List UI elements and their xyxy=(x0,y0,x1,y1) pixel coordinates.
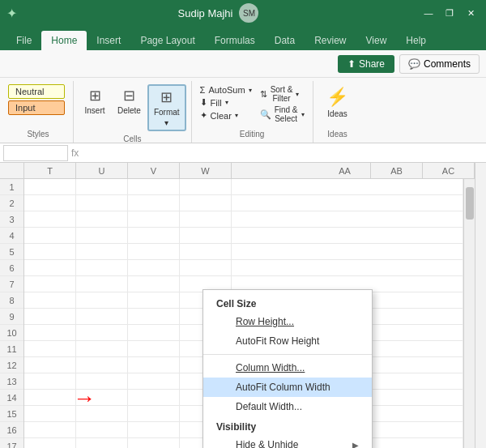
col-header-AA: AA xyxy=(319,163,371,178)
cell-V1[interactable] xyxy=(128,179,180,195)
close-button[interactable]: ✕ xyxy=(462,4,480,22)
grid-row-3 xyxy=(24,211,463,228)
cell-T3[interactable] xyxy=(24,211,76,228)
share-button[interactable]: ⬆ Share xyxy=(338,55,394,73)
tab-help[interactable]: Help xyxy=(396,31,436,50)
cell-T10[interactable] xyxy=(24,325,76,341)
cell-V6[interactable] xyxy=(128,260,180,276)
autofit-col-item[interactable]: AutoFit Column Width xyxy=(203,378,372,397)
cell-U13[interactable] xyxy=(76,373,128,390)
default-width-item[interactable]: Default Width... xyxy=(203,397,372,416)
row-height-item[interactable]: Row Height... xyxy=(203,312,372,331)
autosum-group: Σ AutoSum ▾ ⬇ Fill ▾ ✦ Clear ▾ xyxy=(197,84,255,122)
cell-T8[interactable] xyxy=(24,292,76,309)
autofit-row-item[interactable]: AutoFit Row Height xyxy=(203,331,372,351)
cell-V13[interactable] xyxy=(128,373,180,390)
cell-W1[interactable] xyxy=(180,179,232,195)
cell-W3[interactable] xyxy=(180,211,232,228)
cell-T6[interactable] xyxy=(24,260,76,276)
cell-V9[interactable] xyxy=(128,309,180,325)
cell-V15[interactable] xyxy=(128,406,180,422)
clear-button[interactable]: ✦ Clear ▾ xyxy=(197,109,255,122)
cell-V12[interactable] xyxy=(128,357,180,373)
sort-filter-button[interactable]: ⇅ Sort &Filter ▾ xyxy=(257,84,308,104)
cell-T2[interactable] xyxy=(24,195,76,211)
restore-button[interactable]: ❐ xyxy=(441,4,458,22)
name-box[interactable] xyxy=(3,145,68,161)
cell-W4[interactable] xyxy=(180,228,232,244)
tab-file[interactable]: File xyxy=(6,31,41,50)
column-width-item[interactable]: Column Width... xyxy=(203,358,372,378)
cell-V7[interactable] xyxy=(128,276,180,292)
format-button[interactable]: ⊞ Format ▾ xyxy=(147,84,186,131)
cell-U12[interactable] xyxy=(76,357,128,373)
insert-button[interactable]: ⊞ Insert xyxy=(79,84,111,117)
tab-formulas[interactable]: Formulas xyxy=(205,31,265,50)
cell-W6[interactable] xyxy=(180,260,232,276)
comments-button[interactable]: 💬 Comments xyxy=(399,54,480,74)
cell-T4[interactable] xyxy=(24,228,76,244)
formula-input[interactable] xyxy=(82,146,483,160)
cell-U8[interactable] xyxy=(76,292,128,309)
ribbon-group-ideas: ⚡ Ideas Ideas xyxy=(313,81,362,143)
tab-view[interactable]: View xyxy=(356,31,397,50)
style-input[interactable]: Input xyxy=(8,100,65,115)
cell-T7[interactable] xyxy=(24,276,76,292)
cell-T5[interactable] xyxy=(24,244,76,260)
cell-U11[interactable] xyxy=(76,341,128,357)
cell-U1[interactable] xyxy=(76,179,128,195)
cell-U16[interactable] xyxy=(76,422,128,438)
cell-U9[interactable] xyxy=(76,309,128,325)
cell-V4[interactable] xyxy=(128,228,180,244)
cell-V2[interactable] xyxy=(128,195,180,211)
cell-V8[interactable] xyxy=(128,292,180,309)
cell-U5[interactable] xyxy=(76,244,128,260)
ideas-button[interactable]: ⚡ Ideas xyxy=(318,84,356,121)
cell-T14[interactable] xyxy=(24,390,76,406)
cell-W5[interactable] xyxy=(180,244,232,260)
cell-W2[interactable] xyxy=(180,195,232,211)
cell-U14[interactable] xyxy=(76,390,128,406)
cell-T17[interactable] xyxy=(24,438,76,448)
ribbon-tabs: File Home Insert Page Layout Formulas Da… xyxy=(0,26,486,50)
cell-U2[interactable] xyxy=(76,195,128,211)
cell-V16[interactable] xyxy=(128,422,180,438)
cell-T1[interactable] xyxy=(24,179,76,195)
cell-U17[interactable] xyxy=(76,438,128,448)
cell-V5[interactable] xyxy=(128,244,180,260)
tab-home[interactable]: Home xyxy=(41,31,87,50)
cell-T15[interactable] xyxy=(24,406,76,422)
delete-button[interactable]: ⊟ Delete xyxy=(113,84,146,117)
row-15: 15 xyxy=(0,406,23,422)
cell-T12[interactable] xyxy=(24,357,76,373)
cell-V10[interactable] xyxy=(128,325,180,341)
scroll-thumb[interactable] xyxy=(466,187,474,220)
hide-unhide-item[interactable]: Hide & Unhide ▶ xyxy=(203,435,372,448)
cell-T9[interactable] xyxy=(24,309,76,325)
tab-data[interactable]: Data xyxy=(265,31,305,50)
row-6: 6 xyxy=(0,260,23,276)
tab-insert[interactable]: Insert xyxy=(87,31,130,50)
cell-V17[interactable] xyxy=(128,438,180,448)
tab-review[interactable]: Review xyxy=(305,31,356,50)
cell-U4[interactable] xyxy=(76,228,128,244)
cell-T13[interactable] xyxy=(24,373,76,390)
cell-T16[interactable] xyxy=(24,422,76,438)
cell-V3[interactable] xyxy=(128,211,180,228)
row-11: 11 xyxy=(0,341,23,357)
cell-U10[interactable] xyxy=(76,325,128,341)
minimize-button[interactable]: — xyxy=(420,4,437,22)
cell-U15[interactable] xyxy=(76,406,128,422)
cell-V14[interactable] xyxy=(128,390,180,406)
style-neutral[interactable]: Neutral xyxy=(8,84,65,99)
cell-V11[interactable] xyxy=(128,341,180,357)
cell-T11[interactable] xyxy=(24,341,76,357)
cell-U3[interactable] xyxy=(76,211,128,228)
vertical-scrollbar[interactable] xyxy=(463,179,475,448)
find-select-button[interactable]: 🔍 Find &Select ▾ xyxy=(257,105,308,124)
fill-button[interactable]: ⬇ Fill ▾ xyxy=(197,96,255,109)
cell-U7[interactable] xyxy=(76,276,128,292)
tab-page-layout[interactable]: Page Layout xyxy=(130,31,204,50)
cell-U6[interactable] xyxy=(76,260,128,276)
autosum-button[interactable]: Σ AutoSum ▾ xyxy=(197,84,255,96)
